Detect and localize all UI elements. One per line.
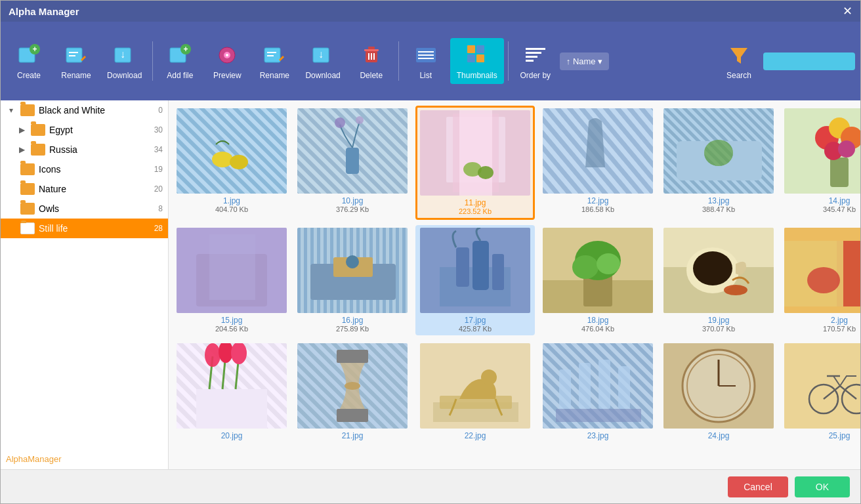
delete-icon (358, 42, 385, 68)
thumbnails-icon (464, 42, 490, 68)
folder-icon-egypt (31, 124, 45, 136)
thumb-size-2: 170.57 Kb (823, 325, 856, 333)
thumb-12[interactable]: 12.jpg 186.58 Kb (540, 106, 656, 220)
thumb-18[interactable]: 18.jpg 476.04 Kb (540, 225, 656, 335)
thumb-23[interactable]: 23.jpg (540, 341, 656, 443)
svg-text:↓: ↓ (318, 49, 324, 60)
thumb-img-11 (420, 110, 530, 196)
thumb-img-1 (177, 108, 287, 194)
thumb-21[interactable]: 21.jpg (295, 341, 410, 443)
list-icon (413, 42, 439, 68)
sidebar-item-russia[interactable]: ▶ Russia 34 (1, 140, 168, 159)
thumbnails-button[interactable]: Thumbnails (450, 38, 504, 84)
thumb-22[interactable]: 22.jpg (415, 341, 535, 443)
count-russia: 34 (154, 145, 163, 154)
cancel-button[interactable]: Cancel (728, 476, 788, 497)
thumb-img-15 (177, 228, 287, 313)
thumb-15[interactable]: 15.jpg 204.56 Kb (174, 225, 289, 335)
count-nature: 20 (154, 184, 163, 194)
thumb-name-24: 24.jpg (708, 431, 730, 440)
order-by-icon (522, 42, 549, 68)
thumb-img-20 (177, 343, 287, 429)
svg-point-94 (597, 253, 620, 274)
svg-rect-25 (371, 53, 372, 60)
svg-point-43 (212, 152, 233, 167)
svg-rect-128 (598, 360, 610, 409)
sidebar-item-owls[interactable]: Owls 8 (1, 199, 168, 219)
list-button[interactable]: List (403, 38, 449, 84)
svg-rect-127 (579, 363, 591, 409)
add-file-label: Add file (167, 71, 193, 80)
search-input[interactable] (763, 52, 855, 70)
rename1-button[interactable]: Rename (53, 38, 99, 84)
thumb-name-16: 16.jpg (342, 316, 364, 325)
svg-rect-36 (526, 52, 541, 54)
download2-button[interactable]: ↓ Download (299, 38, 346, 84)
svg-rect-54 (459, 110, 492, 196)
filter-button[interactable]: Search (716, 38, 762, 84)
thumb-img-24 (663, 343, 774, 429)
sidebar-item-black-white[interactable]: ▾ Black and White 0 (1, 100, 168, 120)
thumb-2[interactable]: 2.jpg 170.57 Kb (782, 225, 860, 335)
thumb-img-10 (297, 108, 408, 194)
thumb-11[interactable]: 11.jpg 223.52 Kb (415, 106, 535, 220)
divider-1 (152, 41, 153, 81)
thumb-name-14: 14.jpg (829, 196, 850, 205)
rename2-button[interactable]: Rename (251, 38, 297, 84)
thumb-name-13: 13.jpg (708, 196, 730, 205)
count-still-life: 28 (154, 224, 163, 233)
sidebar-item-egypt[interactable]: ▶ Egypt 30 (1, 120, 168, 140)
preview-button[interactable]: Preview (204, 38, 250, 84)
svg-rect-87 (472, 241, 489, 290)
close-button[interactable]: ✕ (843, 4, 852, 18)
thumb-name-11: 11.jpg (465, 198, 486, 207)
order-by-button[interactable]: Order by (513, 38, 558, 84)
order-by-label: Order by (520, 71, 551, 80)
svg-point-14 (226, 54, 228, 56)
thumb-20[interactable]: 20.jpg (174, 341, 289, 443)
sidebar-item-icons[interactable]: Icons 19 (1, 159, 168, 179)
svg-rect-115 (337, 409, 368, 422)
order-by-name-button[interactable]: ↑ Name ▾ (560, 52, 609, 70)
svg-rect-5 (69, 55, 75, 56)
sidebar-item-nature[interactable]: Nature 20 (1, 179, 168, 199)
thumb-size-18: 476.04 Kb (581, 325, 614, 333)
svg-rect-48 (346, 148, 359, 174)
thumb-size-14: 345.47 Kb (823, 205, 856, 213)
thumb-14[interactable]: 14.jpg 345.47 Kb (782, 106, 860, 220)
thumb-17[interactable]: 17.jpg 425.87 Kb (415, 225, 535, 335)
thumb-10[interactable]: 10.jpg 376.29 Kb (295, 106, 410, 220)
create-button[interactable]: + Create (6, 38, 52, 84)
order-by-name-label: ↑ Name ▾ (566, 56, 602, 66)
thumb-size-17: 425.87 Kb (459, 325, 492, 333)
sidebar-item-still-life[interactable]: Still life 28 (1, 219, 168, 238)
svg-rect-34 (476, 54, 484, 62)
thumb-img-21 (297, 343, 408, 429)
sidebar-label-russia: Russia (49, 144, 77, 155)
thumb-img-25 (784, 343, 860, 429)
expand-icon-nature (6, 184, 16, 194)
delete-button[interactable]: Delete (348, 38, 394, 84)
svg-point-117 (345, 382, 360, 390)
preview-label: Preview (213, 71, 242, 80)
svg-text:+: + (32, 45, 37, 54)
thumb-16[interactable]: 16.jpg 275.89 Kb (295, 225, 410, 335)
count-icons: 19 (154, 165, 163, 174)
main-area: ▾ Black and White 0 ▶ Egypt 30 ▶ Russia … (1, 100, 860, 469)
ok-button[interactable]: OK (795, 476, 850, 497)
download1-button[interactable]: ↓ Download (100, 38, 148, 84)
rename-icon2 (261, 42, 287, 68)
add-file-button[interactable]: + Add file (157, 38, 203, 84)
thumb-img-12 (543, 108, 653, 194)
folder-icon-still-life (20, 222, 35, 234)
thumb-13[interactable]: 13.jpg 388.47 Kb (661, 106, 776, 220)
thumb-name-15: 15.jpg (221, 316, 243, 325)
thumb-1[interactable]: 1.jpg 404.70 Kb (174, 106, 289, 220)
thumb-24[interactable]: 24.jpg (661, 341, 776, 443)
sidebar-label-black-white: Black and White (39, 105, 105, 116)
thumb-25[interactable]: 25.jpg (782, 341, 860, 443)
svg-point-98 (693, 251, 732, 285)
preview-icon (214, 42, 240, 68)
thumb-19[interactable]: 19.jpg 370.07 Kb (661, 225, 776, 335)
expand-icon-russia: ▶ (16, 144, 27, 155)
